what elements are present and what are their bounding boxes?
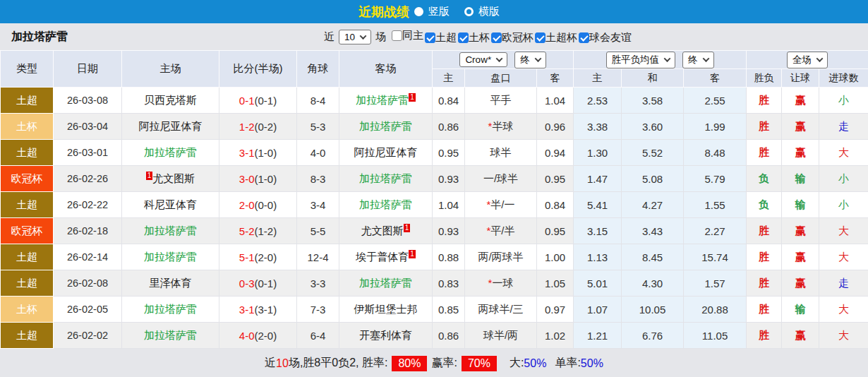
subcol-handicap: 盘口 [465, 69, 537, 88]
home-team-name: 加拉塔萨雷 [144, 329, 197, 341]
away-team-cell: 伊斯坦堡士邦 [339, 297, 433, 323]
avg-away-cell: 2.55 [684, 88, 747, 114]
halftime-score: (1-0) [255, 147, 277, 159]
score-cell: 3-1(3-1) [219, 297, 297, 323]
table-row: 土超 26-03-01 加拉塔萨雷 3-1(1-0) 4-0 阿拉尼亚体育 0.… [1, 140, 868, 166]
vertical-layout-radio[interactable] [414, 7, 423, 16]
avg-home-cell: 1.07 [574, 297, 622, 323]
avg-away-cell: 5.79 [684, 166, 747, 192]
result-cell: 胜 [747, 270, 782, 297]
single-rate-value: 50% [581, 357, 603, 370]
card-badge: 1 [146, 172, 153, 180]
league-filter-checkbox[interactable]: 土超杯 [535, 31, 577, 44]
odds-home-cell: 0.83 [433, 270, 465, 297]
recent-results-panel: 近期战绩 竖版 横版 加拉塔萨雷 近 10 场 同主土超土杯欧冠杯土超杯球会友谊 [0, 0, 868, 377]
matches-label: 场 [375, 30, 386, 44]
home-team-cell: 贝西克塔斯 [122, 88, 219, 114]
away-team-name: 开塞利体育 [359, 329, 412, 341]
away-team-cell: 埃于普体育1 [339, 244, 433, 270]
avg-draw-cell: 5.52 [622, 140, 684, 166]
filter-bar: 加拉塔萨雷 近 10 场 同主土超土杯欧冠杯土超杯球会友谊 [0, 23, 868, 50]
home-team-cell: 加拉塔萨雷 [122, 140, 219, 166]
chevron-down-icon [664, 55, 671, 62]
checkbox-icon[interactable] [535, 32, 545, 43]
vertical-layout-label[interactable]: 竖版 [428, 5, 450, 18]
odds-company-select[interactable]: Crow* [459, 52, 507, 67]
chevron-down-icon [816, 55, 824, 62]
goals-cell: 走 [819, 270, 868, 297]
odds-away-cell: 0.95 [537, 218, 574, 244]
away-team-name: 伊斯坦堡士邦 [354, 303, 418, 315]
subcol-avg-away: 客 [684, 69, 747, 88]
handicap-cell: 两/两球半 [465, 244, 537, 270]
summary-stats: 场,胜8平0负2, 胜率: [289, 356, 387, 371]
chevron-down-icon [360, 32, 367, 40]
avg-odds-select[interactable]: 胜平负均值 [606, 52, 676, 68]
checkbox-icon[interactable] [392, 30, 402, 41]
odds-away-cell: 0.95 [537, 166, 574, 192]
handicap-result-cell: 输 [782, 192, 819, 218]
horizontal-layout-label[interactable]: 横版 [478, 5, 500, 18]
avg-time-select[interactable]: 终 [682, 52, 714, 68]
fulltime-score: 0-3 [239, 277, 255, 289]
fulltime-score: 0-1 [239, 95, 255, 107]
handicap-value: 半/一 [490, 198, 514, 210]
handicap-value: 平/半 [490, 225, 514, 237]
handicap-cell: *一球 [465, 270, 537, 297]
corner-cell: 8-4 [297, 88, 339, 114]
subcol-handicap-result: 让球 [782, 69, 819, 88]
halftime-score: (1-2) [255, 225, 277, 237]
home-team-cell: 加拉塔萨雷 [122, 244, 219, 270]
corner-cell: 5-3 [297, 114, 339, 140]
odds-away-cell: 0.97 [537, 297, 574, 323]
league-filter-checkbox[interactable]: 土杯 [458, 31, 490, 44]
league-filter-checkbox[interactable]: 同主 [392, 29, 423, 42]
fulltime-score: 1-2 [239, 121, 255, 133]
away-team-cell: 加拉塔萨雷 [339, 192, 433, 218]
league-filter-checkbox[interactable]: 土超 [425, 31, 457, 44]
checkbox-icon[interactable] [579, 32, 589, 43]
odds-time-select[interactable]: 终 [514, 52, 546, 68]
horizontal-layout-radio[interactable] [464, 7, 474, 16]
result-cell: 胜 [747, 88, 782, 114]
col-header-corner: 角球 [297, 51, 339, 88]
corner-cell: 3-4 [297, 192, 339, 218]
handicap-result-cell: 赢 [782, 244, 819, 270]
goals-cell: 大 [819, 244, 868, 270]
odds-away-cell: 1.02 [537, 323, 574, 349]
avg-away-cell: 1.57 [684, 270, 747, 297]
handicap-value: 球半 [490, 146, 512, 158]
avg-home-cell: 2.53 [574, 88, 622, 114]
checkbox-icon[interactable] [425, 32, 435, 43]
away-team-cell: 尤文图斯1 [339, 218, 433, 244]
league-filter-checkbox[interactable]: 欧冠杯 [491, 31, 534, 44]
odds-home-cell: 0.95 [433, 140, 465, 166]
match-count-select[interactable]: 10 [339, 30, 371, 44]
table-row: 欧冠杯 26-02-26 1尤文图斯 3-0(1-0) 8-3 加拉塔萨雷 0.… [1, 166, 868, 192]
checkbox-icon[interactable] [458, 32, 469, 43]
away-team-cell: 加拉塔萨雷1 [339, 88, 433, 114]
fulltime-score: 3-1 [239, 147, 255, 159]
checkbox-icon[interactable] [491, 32, 502, 43]
avg-home-cell: 1.30 [574, 140, 622, 166]
corner-cell: 8-3 [297, 166, 339, 192]
match-date-cell: 26-02-22 [54, 192, 122, 218]
league-filter-checkbox[interactable]: 球会友谊 [579, 31, 632, 44]
away-team-cell: 加拉塔萨雷 [339, 166, 433, 192]
results-table: 类型 日期 主场 比分(半场) 角球 客场 Crow* 终 [0, 50, 868, 349]
subcol-avg-home: 主 [574, 69, 622, 88]
table-row: 土超 26-02-02 加拉塔萨雷 4-0(2-0) 6-4 开塞利体育 0.8… [1, 323, 868, 349]
chevron-down-icon [702, 55, 709, 62]
halftime-score: (2-0) [255, 251, 277, 263]
page-title: 近期战绩 [358, 4, 409, 20]
avg-home-cell: 1.47 [574, 166, 622, 192]
match-date-cell: 26-02-05 [54, 297, 122, 323]
odds-home-cell: 0.85 [433, 297, 465, 323]
score-cell: 3-0(1-0) [219, 166, 297, 192]
away-team-name: 加拉塔萨雷 [359, 277, 412, 289]
score-cell: 5-1(2-0) [219, 244, 297, 270]
score-cell: 5-2(1-2) [219, 218, 297, 244]
match-date-cell: 26-02-18 [54, 218, 122, 244]
match-type-cell: 土超 [1, 192, 54, 218]
scope-select[interactable]: 全场 [787, 52, 828, 68]
